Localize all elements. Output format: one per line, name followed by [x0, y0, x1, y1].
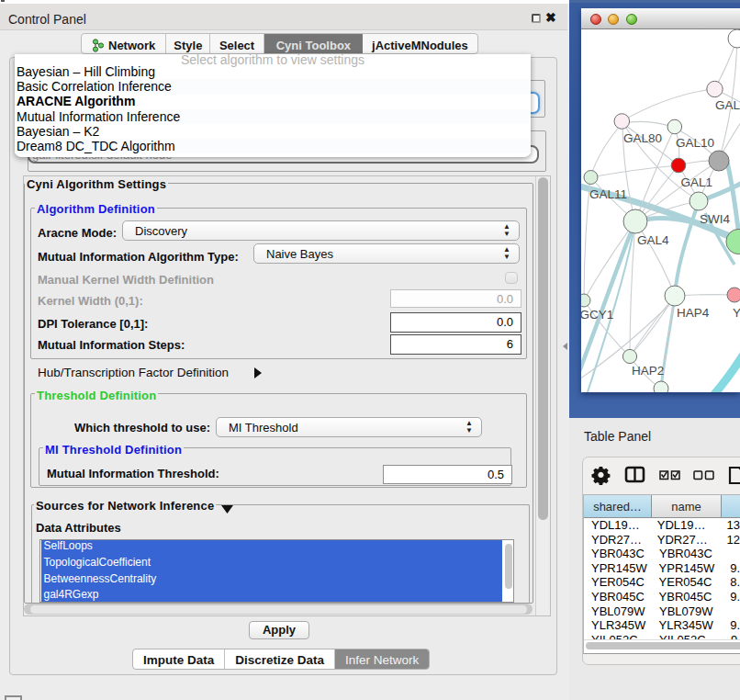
svg-text:GCY1: GCY1 [581, 308, 613, 322]
svg-text:GAL80: GAL80 [623, 131, 662, 145]
svg-text:Y: Y [733, 306, 740, 320]
svg-text:GAL4: GAL4 [637, 233, 669, 247]
svg-text:HAP4: HAP4 [677, 306, 710, 320]
svg-text:GAL7: GAL7 [715, 98, 740, 112]
svg-text:SWI4: SWI4 [700, 212, 730, 226]
svg-text:GAL1: GAL1 [681, 175, 713, 189]
svg-text:HAP2: HAP2 [632, 364, 664, 378]
svg-text:GAL11: GAL11 [589, 187, 627, 201]
svg-text:GAL10: GAL10 [676, 136, 714, 150]
